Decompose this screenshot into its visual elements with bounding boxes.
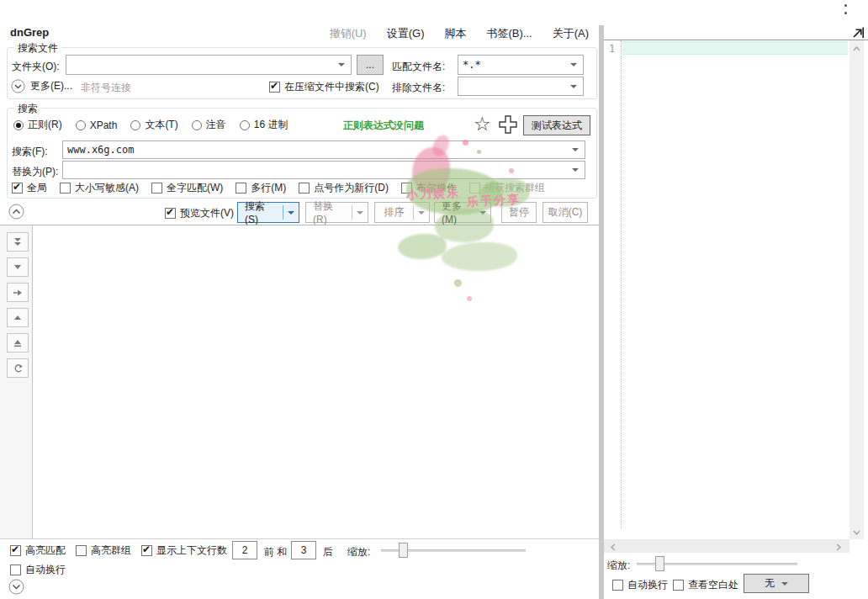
checkbox-icon[interactable]	[673, 580, 684, 591]
checkbox-icon[interactable]	[76, 545, 87, 556]
context-after-input[interactable]: 3	[291, 541, 316, 559]
popout-icon[interactable]	[850, 26, 865, 40]
more-button[interactable]: 更多(M)	[434, 202, 491, 223]
horizontal-scrollbar[interactable]	[604, 539, 849, 553]
dot-newline-checkbox[interactable]: 点号作为新行(D)	[299, 181, 389, 195]
boolean-op-checkbox[interactable]: 布尔操作	[401, 181, 457, 195]
match-combobox[interactable]: *.*	[458, 55, 584, 75]
menu-about[interactable]: 关于(A)	[553, 26, 589, 41]
circle-chevron-down-icon[interactable]	[8, 579, 24, 595]
menu-settings[interactable]: 设置(G)	[387, 26, 425, 41]
circle-chevron-down-icon[interactable]	[11, 79, 25, 93]
radio-regex[interactable]: 正则(R)	[13, 118, 62, 132]
context-between-label: 前 和	[264, 545, 287, 559]
context-lines-checkbox[interactable]: 显示上下文行数	[141, 543, 227, 558]
radio-icon[interactable]	[192, 120, 202, 130]
global-checkbox[interactable]: 全局	[12, 181, 47, 195]
view-whitespace-checkbox[interactable]: 查看空白处	[673, 578, 738, 592]
checkbox-icon[interactable]	[10, 565, 21, 575]
checkbox-icon[interactable]	[299, 183, 310, 193]
search-button[interactable]: 搜索(S)	[237, 202, 299, 223]
expand-panel-button[interactable]	[8, 579, 24, 597]
checkbox-icon[interactable]	[10, 545, 21, 556]
line-number: 1	[609, 43, 615, 55]
menu-undo[interactable]: 撤销(U)	[330, 26, 367, 41]
checkbox-icon[interactable]	[236, 183, 246, 193]
preview-file-checkbox[interactable]: 预览文件(V)	[165, 206, 234, 220]
replace-with-combobox[interactable]	[62, 161, 585, 179]
search-archives-checkbox[interactable]: 在压缩文件中搜索(C)	[269, 80, 379, 94]
radio-hex[interactable]: 16 进制	[240, 118, 288, 132]
exclude-combobox[interactable]	[458, 77, 584, 96]
scroll-right-icon[interactable]	[836, 543, 841, 553]
preview-wrap-checkbox[interactable]: 自动换行	[612, 578, 668, 592]
scroll-top-button[interactable]	[7, 333, 29, 353]
folder-combobox[interactable]	[66, 55, 352, 75]
radio-icon[interactable]	[76, 120, 86, 130]
arrow-down-icon	[13, 262, 23, 273]
browse-button[interactable]: ...	[357, 55, 384, 75]
preview-editor[interactable]: 1	[604, 40, 849, 539]
results-area[interactable]	[32, 225, 599, 538]
search-options-row: 全局 大小写敏感(A) 全字匹配(W) 多行(M) 点号作为新行(D) 布尔操作…	[12, 181, 545, 195]
star-icon[interactable]: ☆	[474, 113, 491, 135]
vertical-scrollbar[interactable]	[849, 40, 864, 539]
radio-xpath[interactable]: XPath	[76, 118, 118, 132]
highlight-groups-checkbox[interactable]: 高亮群组	[76, 543, 131, 558]
checkbox-icon[interactable]	[12, 183, 23, 193]
search-group-title: 搜索	[14, 102, 41, 116]
checkbox-icon[interactable]	[165, 208, 176, 219]
chevron-down-icon[interactable]	[570, 63, 577, 66]
whole-word-checkbox[interactable]: 全字匹配(W)	[151, 181, 223, 195]
drag-handle-dot[interactable]	[844, 4, 847, 7]
menu-bookmarks[interactable]: 书签(B)...	[486, 26, 532, 41]
case-sensitive-checkbox[interactable]: 大小写敏感(A)	[60, 181, 139, 195]
results-zoom-slider-thumb[interactable]	[399, 543, 408, 558]
chevron-down-icon[interactable]	[570, 85, 577, 88]
collapse-panel-button[interactable]	[8, 204, 24, 222]
previous-file-button[interactable]	[7, 308, 29, 327]
replace-with-label: 替换为(P):	[12, 165, 58, 179]
chevron-down-icon[interactable]	[338, 63, 345, 66]
expand-all-button[interactable]	[7, 232, 29, 252]
checkbox-icon[interactable]	[141, 545, 152, 556]
multiline-checkbox[interactable]: 多行(M)	[236, 181, 286, 195]
add-bookmark-icon[interactable]	[498, 114, 518, 135]
radio-icon[interactable]	[130, 120, 140, 130]
scroll-down-icon[interactable]	[853, 528, 860, 537]
radio-icon[interactable]	[13, 120, 24, 130]
more-options-toggle[interactable]: 更多(E)...	[11, 79, 72, 93]
more-dropdown[interactable]	[475, 203, 490, 222]
checkbox-icon[interactable]	[612, 580, 623, 591]
exclude-label: 排除文件名:	[392, 81, 445, 95]
sort-button: 排序	[374, 202, 430, 223]
chevron-down-icon[interactable]	[572, 148, 579, 151]
radio-phonetic[interactable]: 注音	[192, 118, 226, 132]
drag-handle-dot[interactable]	[844, 12, 847, 14]
menu-script[interactable]: 脚本	[444, 26, 466, 41]
replace-button: 替换(R)	[305, 202, 368, 223]
highlight-match-checkbox[interactable]: 高亮匹配	[10, 543, 66, 558]
search-for-combobox[interactable]: www.x6g.com	[62, 140, 585, 159]
test-expression-button[interactable]: 测试表达式	[523, 115, 590, 135]
preview-zoom-slider-thumb[interactable]	[655, 556, 664, 571]
syntax-dropdown[interactable]: 无	[744, 574, 809, 593]
checkbox-icon[interactable]	[60, 183, 71, 193]
chevron-down-icon	[288, 211, 294, 215]
reset-button[interactable]	[7, 358, 29, 378]
checkbox-icon[interactable]	[269, 82, 280, 93]
checkbox-icon[interactable]	[151, 183, 162, 193]
radio-text[interactable]: 文本(T)	[130, 118, 177, 132]
wrap-lines-checkbox[interactable]: 自动换行	[10, 563, 66, 577]
checkbox-icon[interactable]	[401, 183, 412, 193]
search-dropdown[interactable]	[283, 203, 299, 222]
next-file-button[interactable]	[7, 257, 29, 277]
scroll-left-icon[interactable]	[611, 543, 616, 553]
circle-chevron-up-icon[interactable]	[8, 204, 24, 220]
next-match-button[interactable]	[7, 283, 29, 302]
radio-icon[interactable]	[240, 120, 250, 130]
chevron-down-icon[interactable]	[572, 168, 579, 172]
chevron-down-icon	[357, 211, 363, 215]
context-before-input[interactable]: 2	[232, 541, 257, 559]
scroll-up-icon[interactable]	[853, 45, 860, 53]
